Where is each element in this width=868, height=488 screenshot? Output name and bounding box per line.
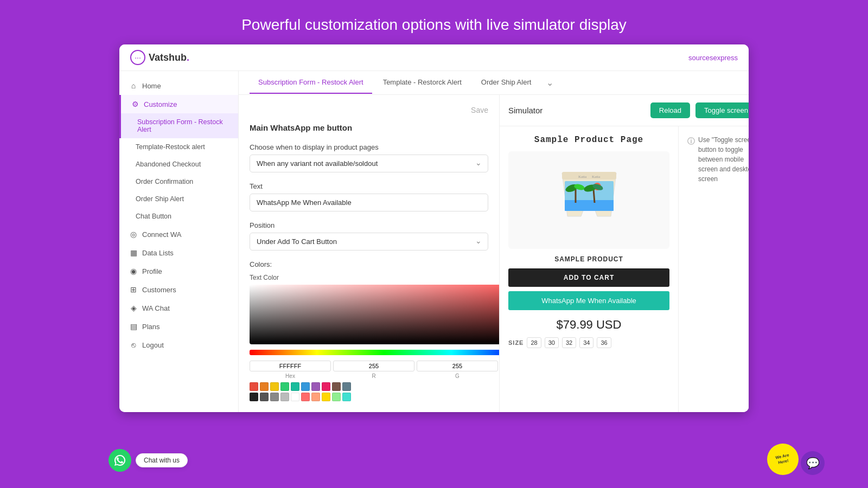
sidebar-item-customize[interactable]: ⚙ Customize: [119, 95, 238, 113]
sidebar-item-abandoned-checkout[interactable]: Abandoned Checkout: [119, 156, 238, 173]
size-28[interactable]: 28: [527, 337, 541, 348]
user-account[interactable]: sourcesexpress: [688, 54, 738, 62]
sidebar-label-subscription-form: Subscription Form - Restock Alert: [137, 118, 228, 133]
sidebar-item-data-lists[interactable]: ▦ Data Lists: [119, 243, 238, 262]
color-swatch[interactable]: [250, 382, 258, 391]
sidebar-item-profile[interactable]: ◉ Profile: [119, 262, 238, 280]
sidebar-label-profile: Profile: [142, 267, 162, 275]
svg-text:Katia: Katia: [578, 175, 587, 179]
connect-wa-icon: ◎: [129, 230, 138, 239]
tab-template-restock[interactable]: Template - Restorck Alert: [374, 72, 470, 94]
sidebar-item-logout[interactable]: ⎋ Logout: [119, 336, 238, 354]
color-pickers-row: Text Color: [250, 274, 488, 401]
size-36[interactable]: 36: [597, 337, 611, 348]
toggle-screen-button[interactable]: Toggle screen: [695, 102, 749, 118]
color-swatch[interactable]: [270, 393, 279, 401]
product-image-area: Katia Katia: [508, 151, 669, 249]
color-swatch[interactable]: [301, 382, 310, 391]
sidebar-item-home[interactable]: ⌂ Home: [119, 76, 238, 95]
whatsapp-me-button[interactable]: WhatsApp Me When Available: [508, 291, 669, 310]
sidebar-label-customize: Customize: [144, 100, 177, 108]
position-group: Position Under Add To Cart Button Above …: [250, 221, 488, 251]
colors-label: Colors:: [250, 260, 488, 268]
form-panel-inner: Main WhatsApp me button Choose when to d…: [250, 123, 488, 401]
reload-button[interactable]: Reload: [650, 102, 690, 118]
save-button[interactable]: Save: [471, 106, 488, 114]
logo-name: Vatshub: [149, 52, 187, 63]
tab-more-button[interactable]: ⌄: [542, 71, 558, 94]
color-swatch[interactable]: [291, 393, 299, 401]
color-swatch[interactable]: [280, 393, 289, 401]
sidebar-item-subscription-form[interactable]: Subscription Form - Restock Alert: [119, 113, 238, 138]
add-to-cart-button[interactable]: ADD TO CART: [508, 268, 669, 287]
color-swatch[interactable]: [260, 393, 269, 401]
simulator-header: Simulator Reload Toggle screen: [500, 95, 749, 126]
text-r-input[interactable]: [333, 361, 414, 371]
color-swatch[interactable]: [322, 393, 330, 401]
split-content: Save Main WhatsApp me button Choose when…: [239, 95, 749, 412]
size-30[interactable]: 30: [545, 337, 559, 348]
text-color-hue-bar[interactable]: [250, 350, 500, 355]
chat-widget-icon[interactable]: [108, 449, 131, 472]
size-32[interactable]: 32: [562, 337, 576, 348]
sidebar-label-order-ship-alert: Order Ship Alert: [136, 195, 184, 203]
colors-section: Colors: Text Color: [250, 260, 488, 401]
color-swatch[interactable]: [342, 382, 351, 391]
sidebar-item-chat-button[interactable]: Chat Button: [119, 208, 238, 225]
tab-subscription-form[interactable]: Subscription Form - Restock Alert: [250, 72, 372, 94]
simulator-title: Simulator: [508, 106, 645, 115]
text-color-canvas[interactable]: [250, 285, 500, 344]
sidebar-item-connect-wa[interactable]: ◎ Connect WA: [119, 225, 238, 243]
color-swatch[interactable]: [270, 382, 279, 391]
tab-order-ship[interactable]: Order Ship Alert: [473, 72, 540, 94]
color-swatch[interactable]: [322, 382, 330, 391]
sidebar-item-wa-chat[interactable]: ◈ WA Chat: [119, 299, 238, 317]
color-swatch[interactable]: [301, 393, 310, 401]
position-select[interactable]: Under Add To Cart Button Above Add To Ca…: [250, 233, 488, 251]
svg-rect-2: [565, 200, 614, 211]
color-swatch[interactable]: [260, 382, 269, 391]
sidebar-label-data-lists: Data Lists: [142, 249, 174, 257]
sample-product-title: Sample Product Page: [508, 135, 669, 145]
logo-dot: .: [187, 52, 189, 63]
sidebar-item-customers[interactable]: ⊞ Customers: [119, 280, 238, 299]
form-section-title: Main WhatsApp me button: [250, 123, 488, 132]
chat-widget-label: Chat with us: [136, 453, 188, 467]
color-swatch[interactable]: [311, 393, 320, 401]
form-panel: Save Main WhatsApp me button Choose when…: [239, 95, 500, 412]
svg-rect-0: [562, 172, 616, 179]
text-g-label: G: [417, 373, 498, 379]
color-swatch[interactable]: [342, 393, 351, 401]
sidebar-item-plans[interactable]: ▤ Plans: [119, 317, 238, 336]
sidebar-item-order-confirmation[interactable]: Order Confirmation: [119, 173, 238, 190]
sidebar-label-plans: Plans: [142, 323, 160, 331]
simulator-body: Sample Product Page: [500, 126, 749, 412]
color-swatch[interactable]: [280, 382, 289, 391]
sidebar-item-order-ship-alert[interactable]: Order Ship Alert: [119, 190, 238, 208]
chat-widget[interactable]: Chat with us: [108, 449, 188, 472]
position-select-wrapper: Under Add To Cart Button Above Add To Ca…: [250, 233, 488, 251]
color-swatch[interactable]: [332, 382, 341, 391]
text-color-group: Text Color: [250, 274, 500, 401]
display-select[interactable]: When any variant not available/soldout A…: [250, 155, 488, 172]
we-are-here-icon[interactable]: 💬: [801, 451, 825, 475]
sidebar-label-connect-wa: Connect WA: [142, 230, 182, 239]
text-group: Text: [250, 182, 488, 211]
simulator-mobile: Sample Product Page: [500, 126, 679, 412]
color-swatch[interactable]: [332, 393, 341, 401]
top-bar: ··· Vatshub. sourcesexpress: [119, 44, 749, 71]
text-hex-input[interactable]: [250, 361, 331, 371]
color-swatch[interactable]: [311, 382, 320, 391]
text-input[interactable]: [250, 194, 488, 211]
sidebar-item-template-restock[interactable]: Template-Restock alert: [119, 138, 238, 156]
we-are-here-widget: We AreHere! 💬: [767, 444, 825, 475]
color-swatch[interactable]: [291, 382, 299, 391]
sidebar-label-template-restock: Template-Restock alert: [136, 143, 205, 151]
save-row: Save: [250, 106, 488, 114]
logout-icon: ⎋: [129, 341, 138, 349]
color-swatch[interactable]: [250, 393, 258, 401]
customize-icon: ⚙: [131, 100, 139, 108]
text-g-input[interactable]: [417, 361, 498, 371]
size-34[interactable]: 34: [579, 337, 593, 348]
text-color-labels: Hex R G B A: [250, 373, 500, 379]
